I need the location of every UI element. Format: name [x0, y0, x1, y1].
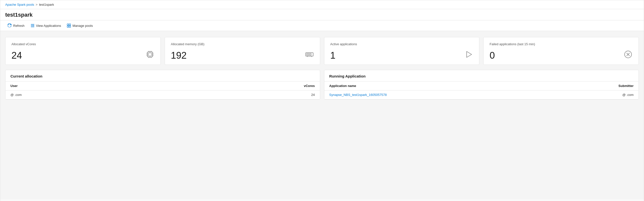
refresh-label: Refresh	[13, 24, 25, 27]
manage-pools-label: Manage pools	[72, 24, 93, 27]
vcores-value: 24	[12, 51, 22, 60]
memory-value: 192	[171, 51, 186, 60]
metrics-row: Allocated vCores 24	[5, 37, 639, 65]
running-app-panel-title: Running Application	[324, 70, 639, 81]
memory-icon	[305, 50, 314, 61]
svg-rect-5	[69, 24, 71, 25]
vcores-card: Allocated vCores 24	[5, 37, 161, 65]
svg-rect-8	[148, 52, 152, 57]
active-apps-value: 1	[330, 51, 336, 60]
allocation-user-cell: @ .com	[6, 90, 164, 99]
failed-apps-card: Failed applications (last 15 min) 0	[483, 37, 639, 65]
svg-rect-2	[31, 26, 34, 27]
refresh-button[interactable]: Refresh	[5, 22, 27, 29]
svg-rect-6	[67, 26, 69, 27]
memory-label: Allocated memory (GB)	[171, 42, 314, 46]
vcores-label: Allocated vCores	[12, 42, 154, 46]
view-applications-button[interactable]: View Applications	[28, 22, 64, 29]
active-apps-label: Active applications	[330, 42, 473, 46]
failed-apps-value: 0	[490, 51, 495, 60]
svg-rect-0	[31, 24, 34, 25]
lower-row: Current allocation User vCores @ .com	[5, 70, 639, 100]
allocation-row: @ .com 24	[6, 90, 320, 99]
running-app-submitter-at: @	[622, 93, 626, 97]
active-apps-card: Active applications 1	[324, 37, 480, 65]
allocation-table: User vCores @ .com 24	[6, 81, 320, 99]
svg-rect-4	[67, 24, 69, 25]
breadcrumb-separator: >	[36, 3, 38, 6]
play-icon	[464, 50, 473, 61]
page-title-bar: test1spark	[0, 9, 644, 20]
breadcrumb-current: test1spark	[39, 3, 54, 6]
current-allocation-panel: Current allocation User vCores @ .com	[5, 70, 320, 100]
memory-card: Allocated memory (GB) 192	[165, 37, 320, 65]
manage-pools-icon	[67, 24, 71, 27]
failed-icon	[624, 50, 632, 61]
manage-pools-button[interactable]: Manage pools	[64, 22, 95, 29]
breadcrumb: Apache Spark pools > test1spark	[0, 0, 644, 9]
allocation-user-domain: .com	[15, 93, 22, 97]
svg-rect-9	[148, 53, 152, 56]
view-apps-label: View Applications	[36, 24, 61, 27]
main-content: Allocated vCores 24	[0, 31, 644, 200]
breadcrumb-parent-link[interactable]: Apache Spark pools	[5, 3, 34, 6]
allocation-user-at: @	[10, 93, 14, 97]
running-app-submitter-cell: @ .com	[554, 90, 638, 99]
allocation-panel-title: Current allocation	[6, 70, 320, 81]
svg-rect-7	[69, 26, 71, 27]
running-app-name-cell[interactable]: Synapse_NBS_test1spark_1605057578	[324, 90, 554, 99]
page-title: test1spark	[5, 12, 639, 18]
svg-marker-3	[33, 25, 34, 26]
cpu-icon	[146, 50, 154, 61]
refresh-icon	[8, 24, 12, 27]
svg-rect-23	[307, 53, 308, 55]
running-app-submitter-domain: .com	[626, 93, 634, 97]
svg-rect-24	[308, 53, 310, 55]
svg-marker-28	[467, 51, 472, 57]
failed-apps-label: Failed applications (last 15 min)	[490, 42, 632, 46]
running-app-submitter-header: Submitter	[554, 81, 638, 90]
running-app-table: Application name Submitter Synapse_NBS_t…	[324, 81, 639, 99]
running-application-panel: Running Application Application name Sub…	[324, 70, 639, 100]
running-app-name-header: Application name	[324, 81, 554, 90]
allocation-vcores-cell: 24	[164, 90, 320, 99]
toolbar: Refresh View Applications	[0, 20, 644, 31]
running-app-row: Synapse_NBS_test1spark_1605057578 @ .com	[324, 90, 639, 99]
svg-rect-25	[310, 53, 311, 55]
view-apps-icon	[30, 24, 34, 27]
allocation-user-header: User	[6, 81, 164, 90]
allocation-vcores-header: vCores	[164, 81, 320, 90]
